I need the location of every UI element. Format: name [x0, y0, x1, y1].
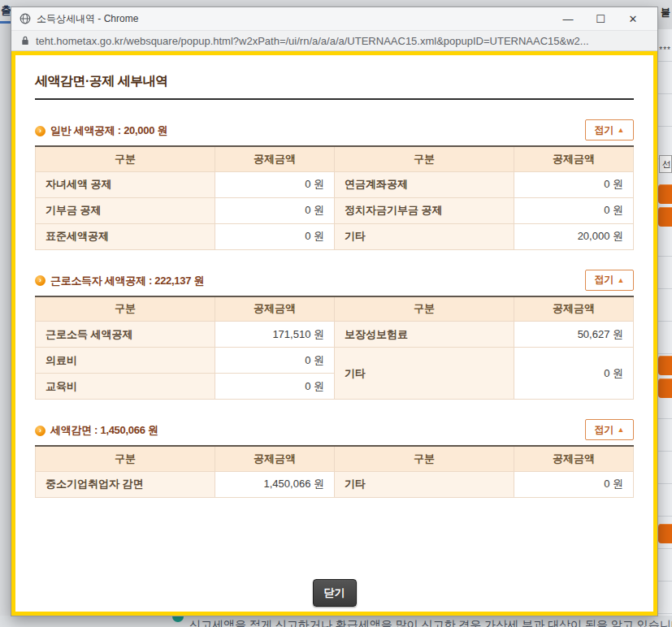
row-label: 근로소득 세액공제 — [36, 322, 215, 348]
column-header: 공제금액 — [215, 296, 334, 322]
row-label: 기타 — [334, 471, 514, 497]
background-orange-button — [658, 356, 672, 375]
row-label: 기타 — [334, 348, 514, 400]
row-label: 의료비 — [36, 348, 215, 374]
row-label: 기부금 공제 — [36, 197, 215, 223]
table-row: 표준세액공제 0 원 기타 20,000 원 — [36, 223, 634, 249]
row-value: 0 원 — [215, 223, 334, 249]
section-earned-income-tax-credit: › 근로소득자 세액공제 : 222,137 원 접기 ▲ 구분 공제금액 구분… — [35, 268, 634, 400]
chevron-up-icon: ▲ — [618, 276, 625, 284]
section-heading: 일반 세액공제 : 20,000 원 — [50, 123, 167, 138]
popup-content: 세액감면·공제 세부내역 › 일반 세액공제 : 20,000 원 접기 ▲ 구… — [11, 51, 657, 616]
column-header: 공제금액 — [215, 146, 334, 171]
popup-window: 소득상세내역 - Chrome — ☐ ✕ teht.hometax.go.kr… — [11, 6, 658, 616]
page-title: 세액감면·공제 세부내역 — [35, 73, 634, 90]
chevron-up-icon: ▲ — [618, 426, 625, 434]
column-header: 공제금액 — [514, 146, 633, 171]
row-value: 20,000 원 — [514, 223, 633, 249]
collapse-label: 접기 — [595, 123, 614, 137]
row-value: 0 원 — [215, 374, 334, 400]
table-row: 의료비 0 원 기타 0 원 — [36, 348, 634, 374]
column-header: 구분 — [36, 146, 215, 171]
row-label: 교육비 — [36, 374, 215, 400]
section-heading: 세액감면 : 1,450,066 원 — [50, 423, 158, 438]
row-value: 0 원 — [514, 348, 633, 400]
chevron-up-icon: ▲ — [618, 126, 625, 134]
globe-icon — [20, 13, 31, 24]
row-label: 표준세액공제 — [36, 223, 215, 249]
table-header-row: 구분 공제금액 구분 공제금액 — [36, 446, 634, 471]
row-value: 171,510 원 — [215, 322, 334, 348]
lock-icon — [21, 36, 29, 45]
background-disclaimer-text: 신고세액을 적게 신고하거나 환급세액을 많이 신고한 경우 가산세 부과 대상… — [189, 618, 672, 627]
section-bullet-icon: › — [35, 275, 46, 286]
row-value: 0 원 — [514, 171, 633, 197]
collapse-button[interactable]: 접기 ▲ — [585, 270, 634, 291]
collapse-button[interactable]: 접기 ▲ — [585, 119, 634, 141]
row-value: 0 원 — [514, 197, 633, 223]
row-value: 0 원 — [215, 197, 334, 223]
row-label: 정치자금기부금 공제 — [334, 197, 514, 223]
table-row: 중소기업취업자 감면 1,450,066 원 기타 0 원 — [36, 471, 634, 497]
row-value: 1,450,066 원 — [215, 471, 334, 497]
section-general-tax-credit: › 일반 세액공제 : 20,000 원 접기 ▲ 구분 공제금액 구분 공제금… — [35, 118, 634, 250]
table-row: 근로소득 세액공제 171,510 원 보장성보험료 50,627 원 — [36, 322, 634, 348]
table-header-row: 구분 공제금액 구분 공제금액 — [36, 146, 634, 171]
background-orange-button — [658, 207, 672, 227]
title-divider — [35, 98, 634, 100]
row-label: 중소기업취업자 감면 — [36, 471, 215, 497]
maximize-button[interactable]: ☐ — [584, 13, 617, 25]
close-window-button[interactable]: ✕ — [617, 13, 649, 25]
column-header: 구분 — [334, 296, 514, 322]
collapse-label: 접기 — [595, 423, 614, 437]
background-orange-button — [658, 524, 672, 543]
row-label: 자녀세액 공제 — [36, 171, 215, 197]
row-value: 50,627 원 — [514, 322, 633, 348]
background-masked-text: *** — [659, 45, 671, 54]
background-left-underline — [0, 21, 11, 24]
row-label: 보장성보험료 — [334, 322, 514, 348]
background-top-right-text: 불 — [661, 6, 670, 19]
column-header: 공제금액 — [215, 446, 334, 471]
row-label: 연금계좌공제 — [334, 171, 514, 197]
column-header: 구분 — [334, 146, 514, 171]
row-value: 0 원 — [215, 348, 334, 374]
collapse-button[interactable]: 접기 ▲ — [585, 419, 634, 440]
background-orange-button — [658, 378, 672, 398]
section-heading: 근로소득자 세액공제 : 222,137 원 — [50, 274, 204, 288]
background-select-button: 선 — [659, 155, 672, 173]
column-header: 공제금액 — [514, 296, 633, 322]
url-text: teht.hometax.go.kr/websquare/popup.html?… — [36, 35, 589, 47]
section-bullet-icon: › — [35, 426, 46, 436]
column-header: 구분 — [36, 296, 215, 322]
window-title: 소득상세내역 - Chrome — [37, 12, 138, 26]
close-button[interactable]: 닫기 — [313, 579, 357, 607]
section-tax-reduction: › 세액감면 : 1,450,066 원 접기 ▲ 구분 공제금액 구분 공제금… — [35, 417, 634, 498]
table-row: 자녀세액 공제 0 원 연금계좌공제 0 원 — [36, 171, 634, 197]
column-header: 구분 — [36, 446, 215, 471]
column-header: 공제금액 — [514, 446, 633, 471]
window-titlebar: 소득상세내역 - Chrome — ☐ ✕ — [11, 7, 657, 30]
collapse-label: 접기 — [595, 273, 614, 287]
table-row: 기부금 공제 0 원 정치자금기부금 공제 0 원 — [36, 197, 634, 223]
tax-credit-table: 구분 공제금액 구분 공제금액 자녀세액 공제 0 원 연금계좌공제 0 원 기… — [35, 145, 634, 250]
section-bullet-icon: › — [35, 126, 46, 136]
column-header: 구분 — [334, 446, 514, 471]
row-value: 0 원 — [514, 471, 633, 497]
row-label: 기타 — [334, 223, 514, 249]
minimize-button[interactable]: — — [552, 13, 584, 25]
table-header-row: 구분 공제금액 구분 공제금액 — [36, 296, 634, 322]
tax-credit-table: 구분 공제금액 구분 공제금액 근로소득 세액공제 171,510 원 보장성보… — [35, 296, 634, 400]
row-value: 0 원 — [215, 171, 334, 197]
tax-reduction-table: 구분 공제금액 구분 공제금액 중소기업취업자 감면 1,450,066 원 기… — [35, 445, 634, 498]
background-orange-button — [658, 184, 672, 204]
address-bar[interactable]: teht.hometax.go.kr/websquare/popup.html?… — [11, 30, 657, 51]
